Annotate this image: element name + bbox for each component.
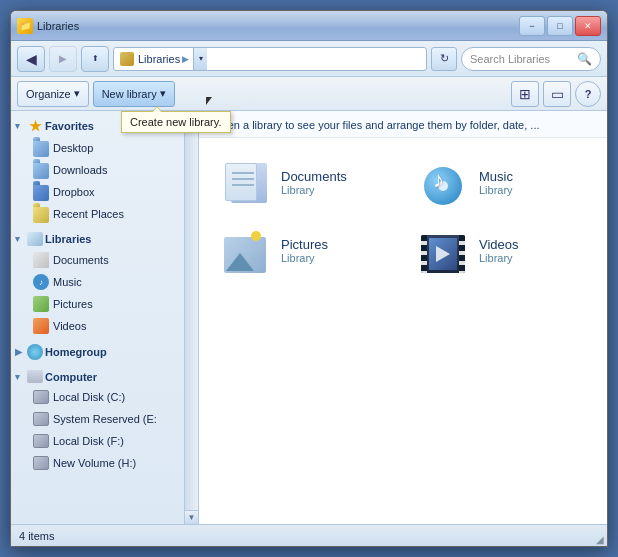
computer-label: Computer: [45, 371, 97, 383]
library-item-pictures[interactable]: Pictures Library: [205, 216, 403, 284]
organize-arrow: ▾: [74, 87, 80, 100]
maximize-button[interactable]: □: [547, 16, 573, 36]
sidebar: ▾ ★ Favorites Desktop Downloads: [11, 111, 185, 524]
libraries-header[interactable]: ▾ Libraries: [11, 229, 184, 249]
library-item-icon-music: ♪: [417, 158, 469, 206]
sidebar-item-label: Recent Places: [53, 208, 124, 220]
disk-icon: [33, 390, 49, 404]
library-item-icon-documents: [219, 158, 271, 206]
status-count: 4 items: [19, 530, 54, 542]
pic-mountain: [226, 253, 254, 271]
back-button[interactable]: ◀: [17, 46, 45, 72]
path-segment: Libraries: [138, 53, 180, 65]
window-icon: 📁: [17, 18, 33, 34]
sidebar-item-documents[interactable]: Documents: [11, 249, 184, 271]
favorites-label: Favorites: [45, 120, 94, 132]
sidebar-item-label: Desktop: [53, 142, 93, 154]
vid-play-icon: [436, 246, 450, 262]
doc-line-2: [232, 178, 254, 180]
sidebar-scrollbar[interactable]: ▲ ▼: [185, 111, 199, 524]
recent-places-icon: [33, 207, 49, 223]
toolbar: Organize ▾ New library ▾ ⊞ ▭ ? Create ne…: [11, 77, 607, 111]
organize-button[interactable]: Organize ▾: [17, 81, 89, 107]
new-library-label: New library: [102, 88, 157, 100]
minimize-button[interactable]: −: [519, 16, 545, 36]
path-dropdown-arrow[interactable]: ▾: [193, 48, 207, 70]
content-area: ▾ ★ Favorites Desktop Downloads: [11, 111, 607, 524]
library-item-info-videos: Videos Library: [479, 237, 519, 264]
search-icon[interactable]: 🔍: [577, 52, 592, 66]
library-item-icon-videos: [417, 226, 469, 274]
homegroup-icon: [27, 344, 43, 360]
title-bar-left: 📁 Libraries: [17, 18, 79, 34]
library-item-icon-pictures: [219, 226, 271, 274]
close-button[interactable]: ✕: [575, 16, 601, 36]
homegroup-header[interactable]: ▶ Homegroup: [11, 341, 184, 363]
vid-inner: [429, 238, 457, 270]
sidebar-item-system-reserved[interactable]: System Reserved (E:: [11, 408, 184, 430]
computer-expand-icon: ▾: [15, 372, 25, 382]
help-button[interactable]: ?: [575, 81, 601, 107]
sidebar-item-h-drive[interactable]: New Volume (H:): [11, 452, 184, 474]
computer-header[interactable]: ▾ Computer: [11, 367, 184, 386]
library-item-videos[interactable]: Videos Library: [403, 216, 601, 284]
sidebar-item-label: System Reserved (E:: [53, 413, 157, 425]
disk-icon: [33, 412, 49, 426]
main-area: Open a library to see your files and arr…: [199, 111, 607, 524]
library-item-info-pictures: Pictures Library: [281, 237, 328, 264]
sidebar-item-f-drive[interactable]: Local Disk (F:): [11, 430, 184, 452]
sidebar-item-label: Pictures: [53, 298, 93, 310]
sidebar-item-desktop[interactable]: Desktop: [11, 137, 184, 159]
sidebar-item-dropbox[interactable]: Dropbox: [11, 181, 184, 203]
sidebar-item-label: Local Disk (F:): [53, 435, 124, 447]
up-button[interactable]: ⬆: [81, 46, 109, 72]
dropbox-icon: [33, 185, 49, 201]
breadcrumb: Libraries ▶: [138, 53, 189, 65]
scroll-up-arrow[interactable]: ▲: [185, 111, 198, 125]
doc-line-3: [232, 184, 254, 186]
libraries-expand-icon: ▾: [15, 234, 25, 244]
library-item-documents[interactable]: Documents Library: [205, 148, 403, 216]
sidebar-item-c-drive[interactable]: Local Disk (C:): [11, 386, 184, 408]
lib-music-icon: ♪: [33, 274, 49, 290]
new-library-button[interactable]: New library ▾: [93, 81, 175, 107]
computer-icon: [27, 370, 43, 383]
sidebar-item-music[interactable]: ♪ Music: [11, 271, 184, 293]
sidebar-item-label: Videos: [53, 320, 86, 332]
preview-pane-button[interactable]: ▭: [543, 81, 571, 107]
pic-sun: [251, 231, 261, 241]
sidebar-item-recent[interactable]: Recent Places: [11, 203, 184, 225]
search-box[interactable]: Search Libraries 🔍: [461, 47, 601, 71]
library-item-type: Library: [479, 252, 519, 264]
resize-handle[interactable]: ◢: [593, 532, 607, 546]
view-options-button[interactable]: ⊞: [511, 81, 539, 107]
forward-button[interactable]: ▶: [49, 46, 77, 72]
title-text: Libraries: [37, 20, 79, 32]
videos-large-icon: [419, 227, 467, 273]
explorer-window: 📁 Libraries − □ ✕ ◀ ▶ ⬆ Libraries ▶ ▾ ↻ …: [10, 10, 608, 547]
sidebar-item-downloads[interactable]: Downloads: [11, 159, 184, 181]
computer-section: ▾ Computer Local Disk (C:) System Reserv…: [11, 367, 184, 474]
refresh-button[interactable]: ↻: [431, 47, 457, 71]
desktop-icon: [33, 141, 49, 157]
library-item-name: Documents: [281, 169, 347, 184]
status-bar: 4 items ◢: [11, 524, 607, 546]
favorites-expand-icon: ▾: [15, 121, 25, 131]
library-item-name: Music: [479, 169, 513, 184]
sidebar-item-pictures[interactable]: Pictures: [11, 293, 184, 315]
library-item-music[interactable]: ♪ Music Library: [403, 148, 601, 216]
favorites-header[interactable]: ▾ ★ Favorites: [11, 115, 184, 137]
lib-docs-icon: [33, 252, 49, 268]
favorites-section: ▾ ★ Favorites Desktop Downloads: [11, 115, 184, 225]
computer-items: Local Disk (C:) System Reserved (E: Loca…: [11, 386, 184, 474]
sidebar-item-videos[interactable]: Videos: [11, 315, 184, 337]
vid-strip: [421, 235, 465, 273]
favorites-items: Desktop Downloads Dropbox Recent Places: [11, 137, 184, 225]
documents-large-icon: [223, 161, 267, 203]
library-item-info-music: Music Library: [479, 169, 513, 196]
title-bar: 📁 Libraries − □ ✕: [11, 11, 607, 41]
scroll-down-arrow[interactable]: ▼: [185, 510, 198, 524]
address-path[interactable]: Libraries ▶ ▾: [113, 47, 427, 71]
sidebar-item-label: Music: [53, 276, 82, 288]
disk-icon: [33, 456, 49, 470]
